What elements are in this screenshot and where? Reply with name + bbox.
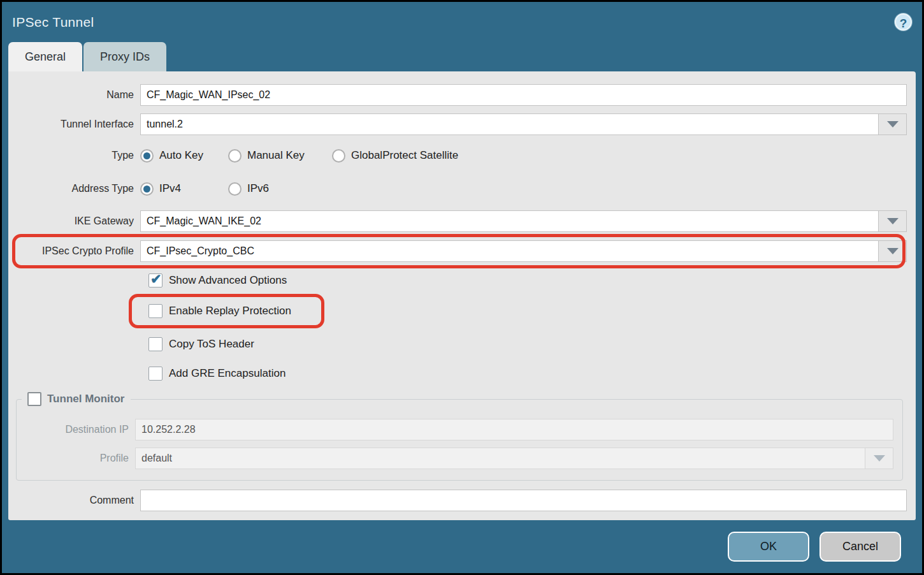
checkbox-unchecked-icon[interactable] <box>148 304 162 318</box>
cancel-button-label: Cancel <box>842 540 878 553</box>
show-advanced-options-label: Show Advanced Options <box>169 274 287 287</box>
ipsec-tunnel-dialog: IPSec Tunnel ? General Proxy IDs Name Tu… <box>2 2 922 573</box>
general-tab-panel: Name Tunnel Interface Type <box>8 71 916 520</box>
name-label: Name <box>8 89 140 101</box>
profile-label: Profile <box>17 453 135 464</box>
radio-selected-icon[interactable] <box>140 149 154 163</box>
tunnel-interface-input[interactable] <box>140 113 878 135</box>
enable-replay-protection-row[interactable]: Enable Replay Protection <box>148 303 907 319</box>
ipsec-crypto-profile-row: IPSec Crypto Profile <box>8 240 907 262</box>
tunnel-interface-dropdown-button[interactable] <box>878 113 907 135</box>
type-auto-key-label: Auto Key <box>159 149 203 162</box>
copy-tos-header-row[interactable]: Copy ToS Header <box>148 337 907 352</box>
ike-gateway-row: IKE Gateway <box>8 210 907 232</box>
tunnel-monitor-legend: Tunnel Monitor <box>22 392 131 406</box>
show-advanced-options-row[interactable]: Show Advanced Options <box>148 273 907 288</box>
ike-gateway-dropdown-button[interactable] <box>878 210 907 232</box>
name-input[interactable] <box>140 84 907 106</box>
address-type-label: Address Type <box>8 183 140 194</box>
tunnel-monitor-checkbox-unchecked-icon[interactable] <box>27 392 41 406</box>
tunnel-interface-label: Tunnel Interface <box>8 119 140 130</box>
ipsec-crypto-profile-label: IPSec Crypto Profile <box>8 245 140 257</box>
profile-input <box>135 448 865 469</box>
address-type-option-ipv4[interactable]: IPv4 <box>140 182 228 196</box>
tab-general-label: General <box>25 50 66 64</box>
cancel-button[interactable]: Cancel <box>819 532 901 562</box>
type-option-auto-key[interactable]: Auto Key <box>140 149 228 163</box>
tunnel-monitor-label: Tunnel Monitor <box>47 393 125 405</box>
enable-replay-protection-label: Enable Replay Protection <box>169 305 291 317</box>
profile-row: Profile <box>17 448 893 469</box>
destination-ip-input <box>135 419 893 440</box>
address-type-option-ipv6[interactable]: IPv6 <box>228 182 269 196</box>
name-row: Name <box>8 84 907 106</box>
type-label: Type <box>8 150 140 161</box>
help-icon[interactable]: ? <box>895 13 912 31</box>
chevron-down-icon <box>887 248 899 254</box>
ok-button[interactable]: OK <box>728 532 809 562</box>
tunnel-monitor-fieldset: Tunnel Monitor Destination IP Profile <box>16 399 903 481</box>
copy-tos-header-label: Copy ToS Header <box>169 338 254 351</box>
dialog-titlebar: IPSec Tunnel ? <box>2 2 922 42</box>
ike-gateway-input[interactable] <box>140 210 878 232</box>
ipv6-label: IPv6 <box>247 182 269 195</box>
chevron-down-icon <box>887 121 899 127</box>
ipsec-crypto-profile-dropdown-button[interactable] <box>878 240 907 262</box>
add-gre-encapsulation-row[interactable]: Add GRE Encapsulation <box>148 366 907 381</box>
radio-unselected-icon[interactable] <box>332 149 345 163</box>
type-option-manual-key[interactable]: Manual Key <box>228 149 332 163</box>
radio-unselected-icon[interactable] <box>228 149 242 163</box>
checkbox-unchecked-icon[interactable] <box>148 367 162 381</box>
tab-proxy-ids[interactable]: Proxy IDs <box>83 42 166 71</box>
type-row: Type Auto Key Manual Key GlobalProtect S… <box>8 148 907 163</box>
chevron-down-icon <box>887 218 899 224</box>
ike-gateway-label: IKE Gateway <box>8 215 140 227</box>
type-gp-satellite-label: GlobalProtect Satellite <box>351 149 458 162</box>
profile-dropdown-button <box>865 448 893 469</box>
ok-button-label: OK <box>760 540 777 553</box>
tab-proxy-ids-label: Proxy IDs <box>100 50 150 64</box>
type-option-globalprotect-satellite[interactable]: GlobalProtect Satellite <box>332 149 458 163</box>
comment-input[interactable] <box>140 490 907 511</box>
radio-unselected-icon[interactable] <box>228 182 242 196</box>
ipsec-crypto-profile-input[interactable] <box>140 240 878 262</box>
checkbox-checked-icon[interactable] <box>148 273 162 288</box>
tunnel-interface-row: Tunnel Interface <box>8 113 907 135</box>
chevron-down-icon <box>874 455 885 462</box>
comment-row: Comment <box>8 490 907 511</box>
ipv4-label: IPv4 <box>159 182 181 195</box>
add-gre-encapsulation-label: Add GRE Encapsulation <box>169 367 285 380</box>
address-type-row: Address Type IPv4 IPv6 <box>8 181 907 196</box>
destination-ip-row: Destination IP <box>17 419 893 440</box>
tab-general[interactable]: General <box>8 42 82 71</box>
screenshot-frame: IPSec Tunnel ? General Proxy IDs Name Tu… <box>0 0 924 575</box>
dialog-title: IPSec Tunnel <box>12 15 94 30</box>
comment-label: Comment <box>8 495 140 506</box>
type-manual-key-label: Manual Key <box>247 149 305 162</box>
checkbox-unchecked-icon[interactable] <box>148 337 162 351</box>
tab-bar: General Proxy IDs <box>2 42 922 71</box>
dialog-footer: OK Cancel <box>2 520 922 573</box>
destination-ip-label: Destination IP <box>17 424 135 435</box>
radio-selected-icon[interactable] <box>140 182 154 196</box>
